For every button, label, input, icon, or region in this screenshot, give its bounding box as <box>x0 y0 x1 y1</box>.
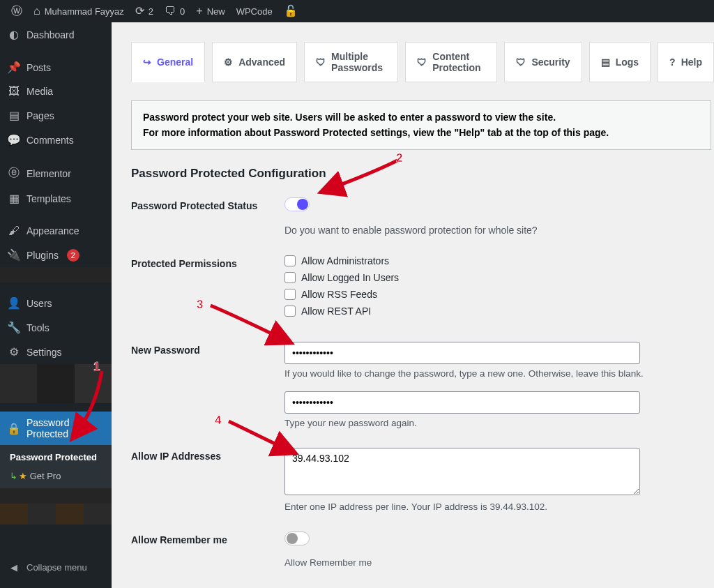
submenu-password-protected[interactable]: Password Protected <box>0 448 112 467</box>
status-question: Do you want to enable password protectio… <box>284 225 693 236</box>
submenu-getpro-label: Get Pro <box>30 471 61 481</box>
site-name-item[interactable]: ⌂ Muhammad Fayyaz <box>28 0 130 22</box>
checkbox-rss[interactable] <box>284 289 296 300</box>
chk-label: Allow Administrators <box>301 255 389 266</box>
general-icon: ↪ <box>143 56 151 68</box>
tab-advanced[interactable]: ⚙ Advanced <box>212 42 297 82</box>
elementor-icon: ⓔ <box>7 166 21 181</box>
collapse-label: Collapse menu <box>26 562 87 573</box>
wrench-icon: 🔧 <box>7 321 21 334</box>
row-ip-addresses: Allow IP Addresses Enter one IP address … <box>131 448 714 512</box>
row-new-password: New Password If you would like to change… <box>131 342 714 428</box>
remember-help: Allow Remember me <box>284 557 693 568</box>
notice-line1: Password protect your web site. Users wi… <box>143 112 556 123</box>
sidebar-label: Settings <box>26 347 62 358</box>
toggle-status[interactable] <box>284 197 310 211</box>
collapse-icon: ◀ <box>7 562 21 573</box>
tab-help[interactable]: ? Help <box>658 42 714 82</box>
sidebar-item-comments[interactable]: 💬 Comments <box>0 128 112 152</box>
row-remember-me: Allow Remember me Allow Remember me <box>131 532 714 568</box>
chk-label: Allow Logged In Users <box>301 272 399 283</box>
new-password-help: If you would like to change the password… <box>284 368 693 379</box>
sidebar-item-posts[interactable]: 📌 Posts <box>0 55 112 80</box>
chk-allow-rss[interactable]: Allow RSS Feeds <box>284 289 693 300</box>
input-new-password[interactable] <box>284 342 640 364</box>
sidebar-label: Templates <box>26 193 71 204</box>
templates-icon: ▦ <box>7 192 21 205</box>
sidebar-item-media[interactable]: 🖾 Media <box>0 80 112 103</box>
home-icon: ⌂ <box>33 6 40 17</box>
shield-icon: 🛡 <box>316 56 326 68</box>
plugin-update-badge: 2 <box>67 249 79 262</box>
content-area: ↪ General ⚙ Advanced 🛡 Multiple Password… <box>112 22 714 588</box>
unlock-item[interactable]: 🔓 <box>278 0 303 22</box>
new-item[interactable]: + New <box>190 0 230 22</box>
chk-allow-admins[interactable]: Allow Administrators <box>284 255 693 266</box>
tab-general[interactable]: ↪ General <box>131 42 205 82</box>
row-status: Password Protected Status Do you want to… <box>131 197 714 236</box>
comments-count: 0 <box>180 6 185 17</box>
tab-label: Advanced <box>238 56 285 68</box>
checkbox-loggedin[interactable] <box>284 272 296 283</box>
wpcode-label: WPCode <box>236 6 273 17</box>
settings-tabs: ↪ General ⚙ Advanced 🛡 Multiple Password… <box>131 42 714 82</box>
toggle-remember-me[interactable] <box>284 532 310 545</box>
sidebar-item-pages[interactable]: ▤ Pages <box>0 103 112 128</box>
label-status: Password Protected Status <box>131 197 284 236</box>
tab-label: Content Protection <box>432 51 485 73</box>
sidebar-label: Users <box>26 298 52 309</box>
collapse-menu[interactable]: ◀ Collapse menu <box>0 557 112 578</box>
tab-multiple-passwords[interactable]: 🛡 Multiple Passwords <box>304 42 398 82</box>
sidebar-label: Posts <box>26 62 51 73</box>
comment-icon: 🗨 <box>165 6 176 17</box>
help-icon: ? <box>669 56 676 68</box>
shield-icon: 🛡 <box>516 56 526 68</box>
chk-allow-restapi[interactable]: Allow REST API <box>284 306 693 317</box>
textarea-ip-addresses[interactable] <box>284 448 640 495</box>
new-label: New <box>207 6 225 17</box>
plugin-icon: 🔌 <box>7 248 21 262</box>
sidebar-item-plugins[interactable]: 🔌 Plugins 2 <box>0 243 112 267</box>
tab-security[interactable]: 🛡 Security <box>504 42 582 82</box>
chk-allow-loggedin[interactable]: Allow Logged In Users <box>284 272 693 283</box>
sidebar-label: Appearance <box>26 225 79 236</box>
checkbox-restapi[interactable] <box>284 306 296 317</box>
sidebar-item-appearance[interactable]: 🖌 Appearance <box>0 219 112 243</box>
label-new-password: New Password <box>131 342 284 428</box>
input-confirm-password[interactable] <box>284 391 640 414</box>
updates-item[interactable]: ⟳ 2 <box>130 0 159 22</box>
submenu-get-pro[interactable]: ↳★ Get Pro <box>0 467 112 485</box>
info-notice: Password protect your web site. Users wi… <box>131 100 711 150</box>
comments-item[interactable]: 🗨 0 <box>159 0 190 22</box>
chk-label: Allow RSS Feeds <box>301 289 377 300</box>
sidebar-item-password-protected[interactable]: 🔒 Password Protected <box>0 412 112 445</box>
tab-logs[interactable]: ▤ Logs <box>589 42 651 82</box>
tab-label: Security <box>531 56 570 68</box>
brush-icon: 🖌 <box>7 225 21 237</box>
label-permissions: Protected Permissions <box>131 255 284 322</box>
comments-icon: 💬 <box>7 133 21 146</box>
sidebar-label: Comments <box>26 135 74 146</box>
sidebar-item-users[interactable]: 👤 Users <box>0 291 112 315</box>
sidebar-item-elementor[interactable]: ⓔ Elementor <box>0 160 112 186</box>
wp-logo[interactable]: ⓦ <box>6 0 28 22</box>
sidebar-item-templates[interactable]: ▦ Templates <box>0 186 112 211</box>
wpcode-item[interactable]: WPCode <box>231 0 278 22</box>
dashboard-icon: ◐ <box>7 28 21 41</box>
checkbox-admins[interactable] <box>284 255 296 266</box>
gear-icon: ⚙ <box>224 56 233 68</box>
shield-icon: 🛡 <box>417 56 427 68</box>
sidebar-item-dashboard[interactable]: ◐ Dashboard <box>0 22 112 47</box>
sidebar-label: Tools <box>26 322 50 333</box>
logs-icon: ▤ <box>601 56 610 68</box>
tab-content-protection[interactable]: 🛡 Content Protection <box>405 42 497 82</box>
sidebar-item-settings[interactable]: ⚙ Settings <box>0 340 112 364</box>
pin-icon: 📌 <box>7 61 21 74</box>
wordpress-icon: ⓦ <box>11 6 22 17</box>
sidebar-label: Media <box>26 86 53 97</box>
tab-label: Multiple Passwords <box>331 51 386 73</box>
label-ip-addresses: Allow IP Addresses <box>131 448 284 512</box>
refresh-icon: ⟳ <box>135 6 144 17</box>
sidebar-item-tools[interactable]: 🔧 Tools <box>0 315 112 340</box>
sidebar-label: Elementor <box>26 168 71 179</box>
